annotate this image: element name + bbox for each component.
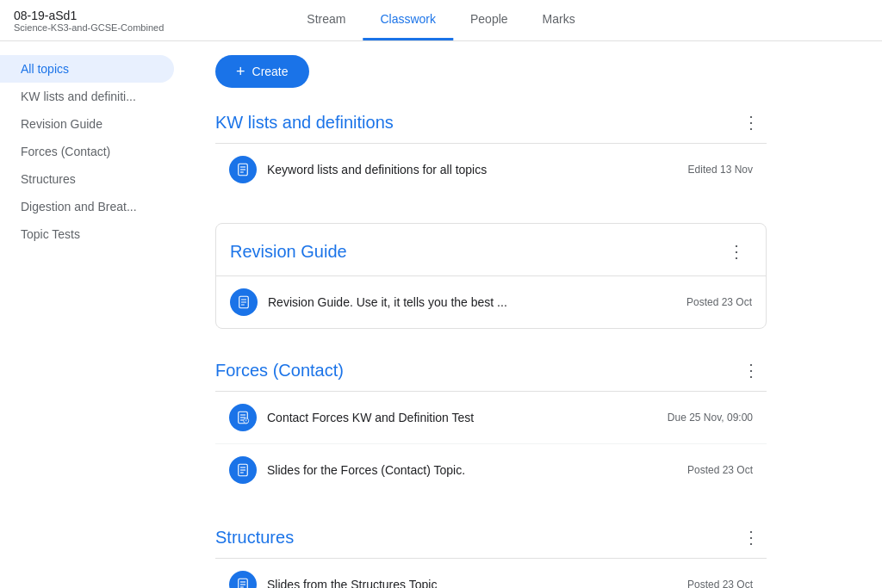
sidebar-item-all-topics[interactable]: All topics <box>0 55 174 83</box>
tab-classwork[interactable]: Classwork <box>363 0 453 40</box>
tab-stream[interactable]: Stream <box>289 0 363 40</box>
tab-marks[interactable]: Marks <box>525 0 593 40</box>
section-header-structures-section: Structures⋮ <box>215 523 767 559</box>
item-title-forces-item-2: Slides for the Forces (Contact) Topic. <box>267 463 465 477</box>
sidebar-item-structures[interactable]: Structures <box>0 165 174 193</box>
item-meta-structures-item-1: Posted 23 Oct <box>687 579 753 588</box>
section-title-structures-section[interactable]: Structures <box>215 528 294 548</box>
item-icon-forces-item-1 <box>229 404 257 431</box>
nav-tabs: Stream Classwork People Marks <box>289 0 592 40</box>
sidebar: All topicsKW lists and definiti...Revisi… <box>0 41 181 588</box>
item-icon-kw-item-1 <box>229 156 257 183</box>
item-icon-structures-item-1 <box>229 571 257 588</box>
section-menu-revision-guide-section[interactable]: ⋮ <box>721 238 752 265</box>
brand: 08-19-aSd1 Science-KS3-and-GCSE-Combined <box>14 9 164 33</box>
main-content: + Create KW lists and definitions⋮ Keywo… <box>181 41 801 588</box>
item-title-kw-item-1: Keyword lists and definitions for all to… <box>267 163 487 176</box>
assignment-item-forces-item-2[interactable]: Slides for the Forces (Contact) Topic.Po… <box>215 444 767 496</box>
item-meta-kw-item-1: Edited 13 Nov <box>688 164 753 176</box>
tab-people[interactable]: People <box>453 0 525 40</box>
section-structures-section: Structures⋮ Slides from the Structures T… <box>215 523 767 588</box>
item-title-forces-item-1: Contact Forces KW and Definition Test <box>267 411 474 424</box>
item-meta-forces-item-2: Posted 23 Oct <box>687 464 753 476</box>
assignment-item-forces-item-1[interactable]: Contact Forces KW and Definition TestDue… <box>215 392 767 444</box>
item-icon-forces-item-2 <box>229 456 257 484</box>
section-kw-lists-section: KW lists and definitions⋮ Keyword lists … <box>215 108 767 195</box>
page-layout: All topicsKW lists and definiti...Revisi… <box>0 41 882 588</box>
item-title-structures-item-1: Slides from the Structures Topic <box>267 578 437 588</box>
svg-rect-19 <box>239 579 248 588</box>
section-header-revision-guide-section: Revision Guide⋮ <box>216 224 766 276</box>
sidebar-item-digestion[interactable]: Digestion and Breat... <box>0 193 174 220</box>
class-name: Science-KS3-and-GCSE-Combined <box>14 22 164 33</box>
item-meta-forces-item-1: Due 25 Nov, 09:00 <box>668 412 753 424</box>
sidebar-item-kw-lists[interactable]: KW lists and definiti... <box>0 83 174 110</box>
create-label: Create <box>252 65 289 78</box>
section-header-kw-lists-section: KW lists and definitions⋮ <box>215 108 767 144</box>
item-icon-revision-item-1 <box>230 288 258 316</box>
plus-icon: + <box>236 64 245 79</box>
sidebar-item-topic-tests[interactable]: Topic Tests <box>0 220 174 248</box>
section-menu-structures-section[interactable]: ⋮ <box>736 523 767 551</box>
section-menu-forces-section[interactable]: ⋮ <box>736 356 767 384</box>
sidebar-item-revision-guide[interactable]: Revision Guide <box>0 110 174 138</box>
section-header-forces-section: Forces (Contact)⋮ <box>215 356 767 392</box>
top-navigation: 08-19-aSd1 Science-KS3-and-GCSE-Combined… <box>0 0 882 41</box>
section-revision-guide-section: Revision Guide⋮ Revision Guide. Use it, … <box>215 223 767 329</box>
section-title-kw-lists-section[interactable]: KW lists and definitions <box>215 113 394 133</box>
item-meta-revision-item-1: Posted 23 Oct <box>686 296 752 308</box>
section-title-forces-section[interactable]: Forces (Contact) <box>215 361 344 381</box>
sidebar-item-forces-contact[interactable]: Forces (Contact) <box>0 138 174 165</box>
section-forces-section: Forces (Contact)⋮ Contact Forces KW and … <box>215 356 767 496</box>
assignment-item-revision-item-1[interactable]: Revision Guide. Use it, it tells you the… <box>216 276 766 328</box>
section-menu-kw-lists-section[interactable]: ⋮ <box>736 108 767 136</box>
create-button[interactable]: + Create <box>215 55 309 88</box>
class-id: 08-19-aSd1 <box>14 9 164 22</box>
assignment-item-structures-item-1[interactable]: Slides from the Structures TopicPosted 2… <box>215 559 767 588</box>
assignment-item-kw-item-1[interactable]: Keyword lists and definitions for all to… <box>215 144 767 195</box>
section-title-revision-guide-section[interactable]: Revision Guide <box>230 242 347 262</box>
item-title-revision-item-1: Revision Guide. Use it, it tells you the… <box>268 295 507 309</box>
